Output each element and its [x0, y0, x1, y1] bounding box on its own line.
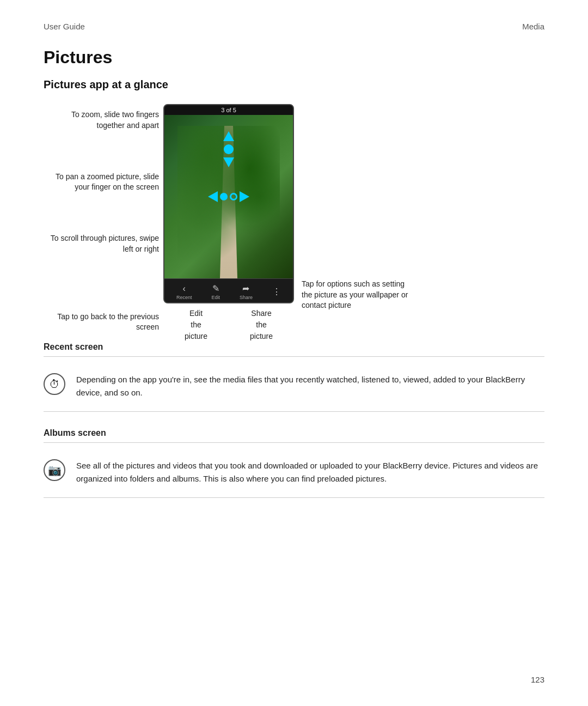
arrow-down-icon [223, 157, 234, 167]
page-header: User Guide Media [44, 22, 544, 31]
share-picture-label: Share the picture [250, 308, 273, 342]
label-back: Tap to go back to the previous screen [44, 312, 159, 333]
scroll-dot-left [220, 193, 228, 200]
edit-label: Edit [211, 295, 220, 300]
recent-icon: ⏱ [44, 373, 65, 395]
back-icon: ‹ [183, 284, 186, 294]
more-icon: ⋮ [272, 287, 281, 297]
share-label: Share [240, 295, 253, 300]
phone-mockup-col: 3 of 5 [163, 104, 294, 342]
edit-picture-label: Edit the picture [185, 308, 207, 342]
albums-icon: 📷 [44, 459, 65, 481]
header-left: User Guide [44, 22, 85, 31]
albums-screen-row: 📷 See all of the pictures and videos tha… [44, 452, 544, 493]
albums-divider-top [44, 442, 544, 443]
albums-divider-bottom [44, 497, 544, 498]
below-phone-labels: Edit the picture Share the picture [163, 308, 294, 342]
recent-divider-top [44, 356, 544, 357]
pencil-icon: ✎ [212, 283, 219, 294]
section1-title: Pictures app at a glance [44, 78, 544, 91]
phone-mockup: 3 of 5 [163, 104, 294, 303]
phone-screen: ‹ Recent ✎ Edit ➦ Share ⋮ [164, 115, 293, 302]
albums-screen-text: See all of the pictures and videos that … [76, 459, 544, 485]
recent-label: Recent [176, 295, 192, 300]
label-pan: To pan a zoomed picture, slide your fing… [44, 172, 159, 193]
header-right: Media [522, 22, 544, 31]
arrow-left-icon [208, 191, 218, 202]
recent-screen-title: Recent screen [44, 342, 544, 352]
scroll-arrows [208, 191, 249, 202]
recent-screen-section: Recent screen ⏱ Depending on the app you… [44, 342, 544, 412]
albums-screen-section: Albums screen 📷 See all of the pictures … [44, 428, 544, 498]
phone-bottom-bar: ‹ Recent ✎ Edit ➦ Share ⋮ [164, 278, 293, 302]
scroll-dot-right [230, 193, 237, 200]
recent-divider-bottom [44, 411, 544, 412]
label-zoom: To zoom, slide two fingers together and … [44, 109, 159, 131]
arrow-up-icon [223, 131, 234, 141]
arrow-right-icon [240, 191, 249, 202]
label-options: Tap for options such as setting the pict… [302, 279, 414, 311]
recent-screen-text: Depending on the app you're in, see the … [76, 373, 544, 399]
albums-screen-title: Albums screen [44, 428, 544, 438]
left-labels: To zoom, slide two fingers together and … [44, 104, 163, 333]
share-icon: ➦ [242, 283, 249, 294]
sections-container: Recent screen ⏱ Depending on the app you… [44, 342, 544, 498]
right-labels: Tap for options such as setting the pict… [294, 104, 414, 333]
more-button[interactable]: ⋮ [272, 287, 281, 297]
label-scroll: To scroll through pictures, swipe left o… [44, 233, 159, 254]
share-button[interactable]: ➦ Share [240, 283, 253, 300]
diagram-area: To zoom, slide two fingers together and … [44, 104, 544, 342]
page-title: Pictures [44, 47, 544, 68]
photo-area [164, 115, 293, 278]
recent-button[interactable]: ‹ Recent [176, 284, 192, 300]
zoom-arrows [223, 131, 234, 167]
page-number: 123 [531, 675, 544, 684]
edit-button[interactable]: ✎ Edit [211, 283, 220, 300]
phone-top-bar: 3 of 5 [164, 105, 293, 115]
recent-screen-row: ⏱ Depending on the app you're in, see th… [44, 366, 544, 407]
zoom-dot [224, 144, 234, 154]
